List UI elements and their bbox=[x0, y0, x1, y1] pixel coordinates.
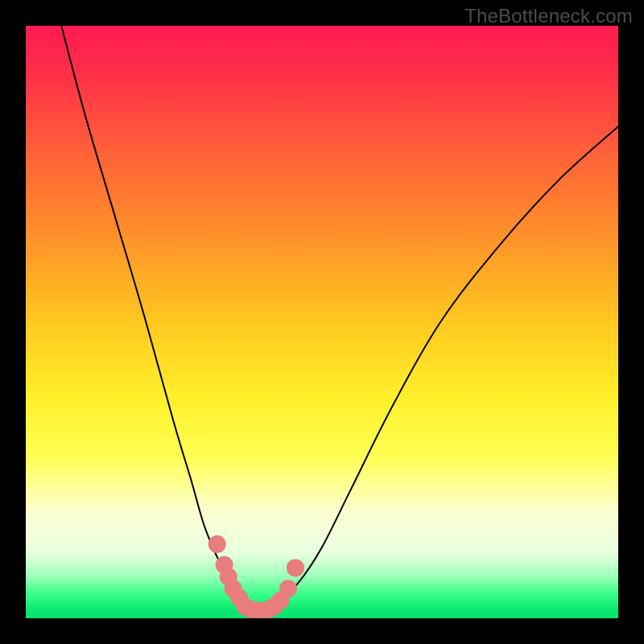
curve-right-branch bbox=[251, 126, 618, 609]
watermark-text: TheBottleneck.com bbox=[464, 5, 633, 27]
marker-point bbox=[208, 535, 226, 553]
curve-markers bbox=[208, 535, 304, 618]
chart-frame: TheBottleneck.com bbox=[0, 0, 644, 644]
chart-svg bbox=[26, 26, 618, 618]
marker-point bbox=[279, 580, 297, 597]
curve-left-branch bbox=[61, 26, 251, 609]
marker-point bbox=[287, 559, 304, 576]
plot-area bbox=[26, 26, 618, 618]
